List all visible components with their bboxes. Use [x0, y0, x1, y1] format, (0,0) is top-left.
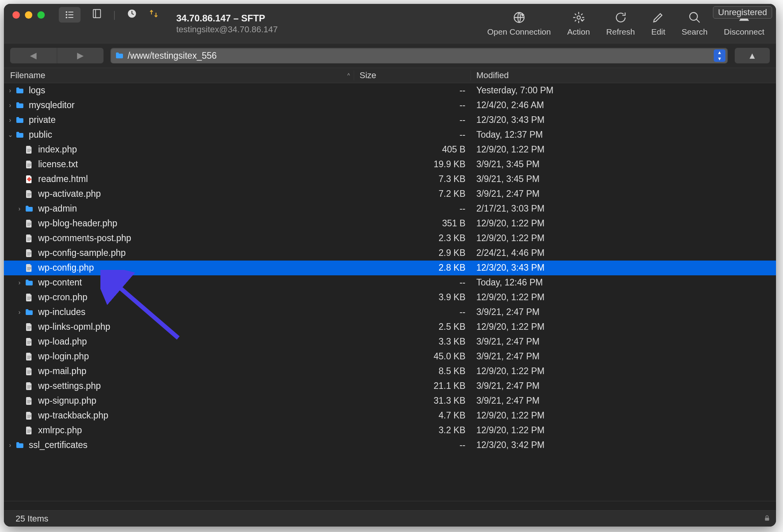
title-block: 34.70.86.147 – SFTP testingsitex@34.70.8… [165, 13, 278, 35]
file-size-label: -- [354, 307, 471, 317]
nav-history: ◀ ▶ [10, 48, 104, 63]
file-icon [24, 322, 34, 332]
file-row[interactable]: wp-settings.php21.1 KB3/9/21, 2:47 PM [4, 379, 776, 394]
file-row[interactable]: wp-load.php3.3 KB3/9/21, 2:47 PM [4, 334, 776, 349]
file-row[interactable]: ›ssl_certificates--12/3/20, 3:42 PM [4, 438, 776, 453]
file-size-label: 19.9 KB [354, 159, 471, 170]
file-row[interactable]: xmlrpc.php3.2 KB12/9/20, 1:22 PM [4, 423, 776, 438]
file-modified-label: 12/9/20, 1:22 PM [471, 425, 776, 436]
nav-forward-button[interactable]: ▶ [57, 48, 104, 63]
file-name-label: ssl_certificates [29, 440, 88, 450]
disclosure-triangle-icon[interactable]: › [6, 87, 14, 94]
close-window-button[interactable] [12, 11, 20, 19]
file-name-label: mysqleditor [29, 100, 75, 110]
column-header-filename[interactable]: Filename ^ [4, 70, 354, 80]
file-modified-label: 12/3/20, 3:43 PM [471, 262, 776, 273]
file-row[interactable]: wp-signup.php31.3 KB3/9/21, 2:47 PM [4, 394, 776, 408]
path-text: /www/testingsitex_556 [128, 51, 217, 61]
file-name-label: wp-config-sample.php [38, 248, 126, 258]
minimize-window-button[interactable] [25, 11, 32, 19]
folder-icon [15, 130, 25, 140]
file-modified-label: 12/3/20, 3:43 PM [471, 115, 776, 125]
file-modified-label: 3/9/21, 2:47 PM [471, 307, 776, 317]
file-name-label: wp-cron.php [38, 292, 88, 303]
file-row[interactable]: ›wp-includes--3/9/21, 2:47 PM [4, 305, 776, 320]
open-connection-button[interactable]: Open Connection [487, 11, 551, 37]
lock-icon [764, 514, 771, 524]
disclosure-triangle-icon[interactable]: › [16, 279, 23, 286]
file-modified-label: 3/9/21, 3:45 PM [471, 174, 776, 184]
folder-icon [24, 278, 34, 288]
transfers-icon[interactable] [148, 8, 159, 21]
edit-button[interactable]: Edit [651, 11, 665, 37]
file-row[interactable]: wp-config.php2.8 KB12/3/20, 3:43 PM [4, 261, 776, 275]
disclosure-triangle-icon[interactable]: › [6, 442, 14, 449]
file-size-label: -- [354, 85, 471, 96]
file-row[interactable]: wp-mail.php8.5 KB12/9/20, 1:22 PM [4, 364, 776, 379]
disclosure-triangle-icon[interactable]: › [6, 117, 14, 124]
file-row[interactable]: license.txt19.9 KB3/9/21, 3:45 PM [4, 157, 776, 172]
file-icon [24, 219, 34, 229]
file-row[interactable]: index.php405 B12/9/20, 1:22 PM [4, 142, 776, 157]
search-button[interactable]: Search [682, 11, 708, 37]
file-name-label: wp-config.php [38, 262, 94, 273]
sort-indicator-icon: ^ [347, 72, 350, 79]
file-row[interactable]: ›wp-admin--2/17/21, 3:03 PM [4, 201, 776, 216]
disclosure-triangle-icon[interactable]: › [16, 205, 23, 212]
disclosure-triangle-icon[interactable]: › [16, 309, 23, 316]
history-icon[interactable] [126, 8, 137, 21]
file-size-label: 45.0 KB [354, 351, 471, 362]
folder-icon [15, 100, 25, 110]
file-size-label: 405 B [354, 144, 471, 155]
file-row[interactable]: ›private--12/3/20, 3:43 PM [4, 113, 776, 128]
view-mode-button[interactable] [59, 7, 81, 23]
app-window: | 34.70.86.147 – SFTP testingsitex@34.70… [4, 4, 776, 527]
file-icon [24, 337, 34, 347]
file-modified-label: 12/4/20, 2:46 AM [471, 100, 776, 110]
file-modified-label: 3/9/21, 2:47 PM [471, 381, 776, 391]
file-icon [24, 366, 34, 376]
file-row[interactable]: ⌄public--Today, 12:37 PM [4, 128, 776, 142]
folder-icon [15, 440, 25, 450]
zoom-window-button[interactable] [37, 11, 45, 19]
file-modified-label: Today, 12:37 PM [471, 130, 776, 140]
file-size-label: 3.3 KB [354, 336, 471, 347]
file-row[interactable]: wp-login.php45.0 KB3/9/21, 2:47 PM [4, 349, 776, 364]
folder-icon [15, 115, 25, 125]
nav-back-button[interactable]: ◀ [10, 48, 57, 63]
file-row[interactable]: wp-activate.php7.2 KB3/9/21, 2:47 PM [4, 187, 776, 201]
file-row[interactable]: wp-comments-post.php2.3 KB12/9/20, 1:22 … [4, 231, 776, 246]
action-button[interactable]: Action [567, 11, 590, 37]
disclosure-triangle-icon[interactable]: ⌄ [6, 131, 14, 138]
file-icon [24, 292, 34, 303]
file-size-label: 351 B [354, 218, 471, 229]
file-row[interactable]: ›wp-content--Today, 12:46 PM [4, 275, 776, 290]
go-up-button[interactable]: ▲ [735, 48, 770, 63]
file-row[interactable]: readme.html7.3 KB3/9/21, 3:45 PM [4, 172, 776, 187]
column-header-size[interactable]: Size [354, 70, 471, 80]
file-list[interactable]: ›logs--Yesterday, 7:00 PM›mysqleditor--1… [4, 83, 776, 501]
file-row[interactable]: wp-config-sample.php2.9 KB2/24/21, 4:46 … [4, 246, 776, 261]
svg-point-2 [66, 17, 67, 18]
unregistered-badge[interactable]: Unregistered [713, 6, 772, 19]
path-field[interactable]: /www/testingsitex_556 ▲▼ [111, 48, 728, 63]
disclosure-triangle-icon[interactable]: › [6, 102, 14, 109]
navbar: ◀ ▶ /www/testingsitex_556 ▲▼ ▲ [4, 44, 776, 68]
file-icon [24, 381, 34, 391]
file-row[interactable]: ›mysqleditor--12/4/20, 2:46 AM [4, 98, 776, 113]
file-row[interactable]: wp-cron.php3.9 KB12/9/20, 1:22 PM [4, 290, 776, 305]
file-row[interactable]: ›logs--Yesterday, 7:00 PM [4, 83, 776, 98]
file-row[interactable]: wp-trackback.php4.7 KB12/9/20, 1:22 PM [4, 408, 776, 423]
empty-footer-strip [4, 501, 776, 510]
file-size-label: 8.5 KB [354, 366, 471, 376]
path-dropdown-stepper[interactable]: ▲▼ [714, 49, 725, 62]
file-row[interactable]: wp-blog-header.php351 B12/9/20, 1:22 PM [4, 216, 776, 231]
file-row[interactable]: wp-links-opml.php2.5 KB12/9/20, 1:22 PM [4, 320, 776, 334]
bookmarks-icon[interactable] [91, 8, 102, 21]
refresh-button[interactable]: Refresh [606, 11, 635, 37]
file-icon [24, 411, 34, 421]
window-title: 34.70.86.147 – SFTP [176, 13, 278, 24]
file-name-label: license.txt [38, 159, 78, 170]
titlebar: | 34.70.86.147 – SFTP testingsitex@34.70… [4, 4, 776, 44]
column-header-modified[interactable]: Modified [471, 70, 776, 80]
